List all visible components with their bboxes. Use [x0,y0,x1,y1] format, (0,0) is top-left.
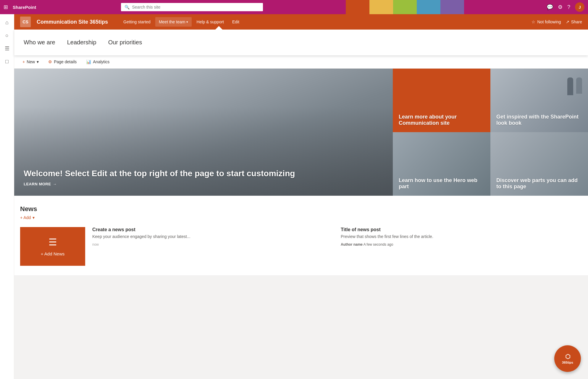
news-add-chevron: ▾ [33,215,35,220]
news-add-label: + Add [20,215,31,220]
news-title: News [20,205,582,213]
site-logo: CS [20,17,31,27]
sidebar-document-icon[interactable]: □ [1,56,13,67]
comment-icon[interactable]: 💬 [547,4,553,10]
color-seg-1 [346,0,369,14]
color-band [346,0,464,14]
toolbar: + New ▾ ⚙ Page details 📊 Analytics [14,55,588,69]
hero-tile-2[interactable]: Get inspired with the SharePoint look bo… [490,69,588,132]
sidebar-globe-icon[interactable]: ○ [1,30,13,41]
sidebar-notes-icon[interactable]: ☰ [1,43,13,54]
share-button[interactable]: ↗ Share [566,20,582,24]
sidebar: ⌂ ○ ☰ □ [0,14,14,379]
hero-grid: Learn more about your Communication site… [393,69,588,196]
avatar[interactable]: J [575,2,584,12]
nav-getting-started-label: Getting started [123,20,151,24]
nav-meet-team-chevron: ▾ [186,20,188,24]
nav-edit[interactable]: Edit [229,17,243,27]
top-bar-right: 💬 ⚙ ? J [547,2,584,12]
site-nav: Getting started Meet the team ▾ Help & s… [120,17,243,27]
star-icon: ☆ [532,20,535,24]
analytics-icon: 📊 [86,59,91,64]
dropdown-menu: Who we are Leadership Our priorities [14,30,588,55]
learn-more-label: LEARN MORE [24,182,51,186]
hero-tile-1-title: Learn more about your Communication site [399,114,484,126]
not-following-label: Not following [537,20,561,24]
new-chevron: ▾ [37,59,39,64]
news-add-button[interactable]: + Add ▾ [20,215,582,220]
create-post-title: Create a news post [92,227,334,232]
nav-help-support[interactable]: Help & support [193,17,227,27]
color-seg-3 [393,0,417,14]
hero-title: Welcome! Select Edit at the top right of… [24,169,383,178]
color-seg-5 [440,0,464,14]
badge-label: 365tips [562,361,573,364]
article-meta: Author name A few seconds ago [341,242,582,247]
nav-help-label: Help & support [196,20,224,24]
analytics-label: Analytics [93,59,109,64]
new-button[interactable]: + New ▾ [20,58,41,66]
share-icon: ↗ [566,20,569,24]
settings-icon[interactable]: ⚙ [558,4,563,10]
share-label: Share [571,20,582,24]
news-item-article: Title of news post Preview that shows th… [341,227,582,266]
article-title: Title of news post [341,227,582,232]
badge-365[interactable]: ⬡ 365tips [554,345,581,372]
nav-meet-team-label: Meet the team [159,20,185,24]
hero-learn-more[interactable]: LEARN MORE → [24,182,383,186]
analytics-button[interactable]: 📊 Analytics [84,58,112,66]
arrow-right-icon: → [53,182,57,186]
news-add-icon: ☰ [49,237,57,248]
dropdown-arrow [215,26,222,30]
not-following-button[interactable]: ☆ Not following [532,20,561,24]
nav-getting-started[interactable]: Getting started [120,17,154,27]
main-content: CS Communication Site 365tips Getting st… [14,14,588,379]
plus-icon: + [22,59,25,64]
color-seg-4 [417,0,440,14]
add-news-card[interactable]: ☰ + Add News [20,227,85,266]
news-grid: ☰ + Add News Create a news post Keep you… [20,227,582,266]
article-time: A few seconds ago [364,242,393,247]
layout: ⌂ ○ ☰ □ CS Communication Site 365tips Ge… [0,14,588,379]
sidebar-home-icon[interactable]: ⌂ [1,17,13,28]
top-bar: ⊞ SharePoint 🔍 💬 ⚙ ? J [0,0,588,14]
hero-tile-3[interactable]: Learn how to use the Hero web part [393,132,490,196]
hero-tile-1[interactable]: Learn more about your Communication site [393,69,490,132]
page-details-button[interactable]: ⚙ Page details [46,58,79,66]
news-section: News + Add ▾ ☰ + Add News Create a news … [14,196,588,275]
office-icon: ⬡ [565,353,570,360]
hero-tile-3-title: Learn how to use the Hero web part [399,177,484,190]
hero-content: Welcome! Select Edit at the top right of… [24,169,383,186]
search-input[interactable] [132,5,259,9]
new-label: New [27,59,35,64]
search-icon: 🔍 [125,5,130,9]
article-desc: Preview that shows the first few lines o… [341,234,582,239]
create-post-desc: Keep your audience engaged by sharing yo… [92,234,334,239]
news-item-create: Create a news post Keep your audience en… [92,227,334,266]
hero-tile-4[interactable]: Discover web parts you can add to this p… [490,132,588,196]
dropdown-who-we-are[interactable]: Who we are [24,37,55,48]
dropdown-our-priorities[interactable]: Our priorities [108,37,142,48]
page-details-label: Page details [54,59,77,64]
site-title: Communication Site 365tips [37,19,108,25]
add-news-label: + Add News [41,251,64,256]
site-header-right: ☆ Not following ↗ Share [532,20,582,24]
search-bar: 🔍 [121,3,263,11]
article-author: Author name [341,242,363,247]
dropdown-leadership[interactable]: Leadership [67,37,96,48]
color-seg-2 [369,0,393,14]
hero-tile-2-title: Get inspired with the SharePoint look bo… [496,114,582,126]
site-header: CS Communication Site 365tips Getting st… [14,14,588,30]
waffle-icon[interactable]: ⊞ [4,4,8,10]
hero-main: Welcome! Select Edit at the top right of… [14,69,393,196]
nav-meet-the-team[interactable]: Meet the team ▾ [155,17,192,27]
create-post-time: now [92,242,334,247]
hero-tile-4-title: Discover web parts you can add to this p… [496,177,582,190]
nav-edit-label: Edit [232,20,239,24]
settings-small-icon: ⚙ [48,59,52,64]
help-icon[interactable]: ? [567,4,570,10]
sharepoint-brand: SharePoint [13,5,36,10]
hero: Welcome! Select Edit at the top right of… [14,69,588,196]
